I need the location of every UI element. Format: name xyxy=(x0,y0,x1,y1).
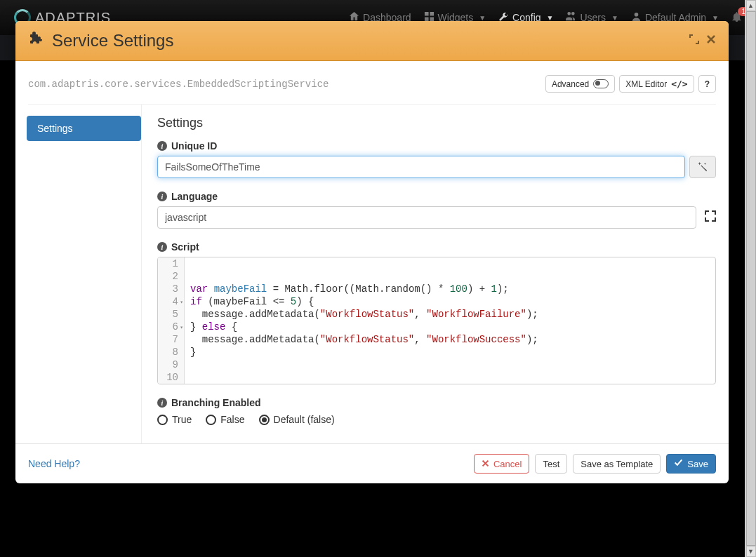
scroll-track[interactable] xyxy=(746,11,756,546)
chevron-down-icon: ▼ xyxy=(712,14,719,22)
code-icon: </> xyxy=(671,79,687,89)
need-help-link[interactable]: Need Help? xyxy=(28,458,80,469)
service-settings-modal: Service Settings com.adaptris.core.servi… xyxy=(15,21,729,483)
window-scrollbar[interactable]: ▲ ▼ xyxy=(745,0,756,557)
settings-side-tabs: Settings xyxy=(15,105,142,443)
xml-editor-button[interactable]: XML Editor </> xyxy=(619,75,694,93)
unique-id-label: i Unique ID xyxy=(157,140,716,152)
service-classpath: com.adaptris.core.services.EmbeddedScrip… xyxy=(28,79,329,90)
settings-panel: Settings i Unique ID i Language xyxy=(142,105,729,443)
modal-title: Service Settings xyxy=(52,31,173,51)
branching-radio-default[interactable]: Default (false) xyxy=(259,414,335,425)
classpath-row: com.adaptris.core.services.EmbeddedScrip… xyxy=(15,61,729,93)
save-button-label: Save xyxy=(687,459,708,469)
advanced-toggle-button[interactable]: Advanced xyxy=(545,75,615,93)
check-icon xyxy=(674,458,683,469)
tab-settings[interactable]: Settings xyxy=(27,116,141,141)
scroll-down-arrow-icon[interactable]: ▼ xyxy=(746,546,756,557)
wand-icon xyxy=(698,162,708,172)
branching-label: i Branching Enabled xyxy=(157,397,716,408)
info-icon: i xyxy=(157,192,167,201)
panel-heading: Settings xyxy=(157,116,716,130)
close-icon[interactable] xyxy=(706,34,716,47)
close-icon xyxy=(482,459,489,469)
toggle-off-icon xyxy=(593,79,609,88)
info-icon: i xyxy=(157,242,167,252)
scroll-thumb[interactable] xyxy=(746,11,756,546)
branching-radio-group: True False Default (false) xyxy=(157,414,716,425)
chevron-down-icon: ▼ xyxy=(547,14,554,22)
branching-radio-false[interactable]: False xyxy=(206,414,244,425)
language-input[interactable] xyxy=(157,206,696,229)
expand-icon[interactable] xyxy=(705,210,716,224)
chevron-down-icon: ▼ xyxy=(611,14,618,22)
advanced-toggle-label: Advanced xyxy=(552,79,589,89)
test-button[interactable]: Test xyxy=(535,454,567,474)
modal-footer: Need Help? Cancel Test Save as Template … xyxy=(15,443,729,483)
puzzle-icon xyxy=(28,32,45,51)
help-button[interactable]: ? xyxy=(698,75,716,93)
info-icon: i xyxy=(157,398,167,408)
xml-editor-label: XML Editor xyxy=(625,79,667,89)
info-icon: i xyxy=(157,141,167,151)
modal-header: Service Settings xyxy=(15,21,729,61)
chevron-down-icon: ▼ xyxy=(479,14,486,22)
unique-id-input[interactable] xyxy=(157,156,685,178)
scroll-up-arrow-icon[interactable]: ▲ xyxy=(746,0,756,11)
notifications-bell[interactable]: 1 xyxy=(731,11,742,24)
save-template-button[interactable]: Save as Template xyxy=(573,454,661,474)
branching-radio-true[interactable]: True xyxy=(157,414,192,425)
cancel-button[interactable]: Cancel xyxy=(474,454,529,474)
radio-unchecked-icon xyxy=(206,415,216,425)
magic-wand-button[interactable] xyxy=(689,156,716,178)
save-button[interactable]: Save xyxy=(666,454,716,474)
script-editor[interactable]: 1 2 3var maybeFail = Math.floor((Math.ra… xyxy=(157,257,716,384)
radio-checked-icon xyxy=(259,415,270,425)
language-label: i Language xyxy=(157,191,716,202)
maximize-icon[interactable] xyxy=(689,34,699,47)
radio-unchecked-icon xyxy=(157,415,168,425)
cancel-button-label: Cancel xyxy=(493,459,522,469)
script-label: i Script xyxy=(157,241,716,253)
